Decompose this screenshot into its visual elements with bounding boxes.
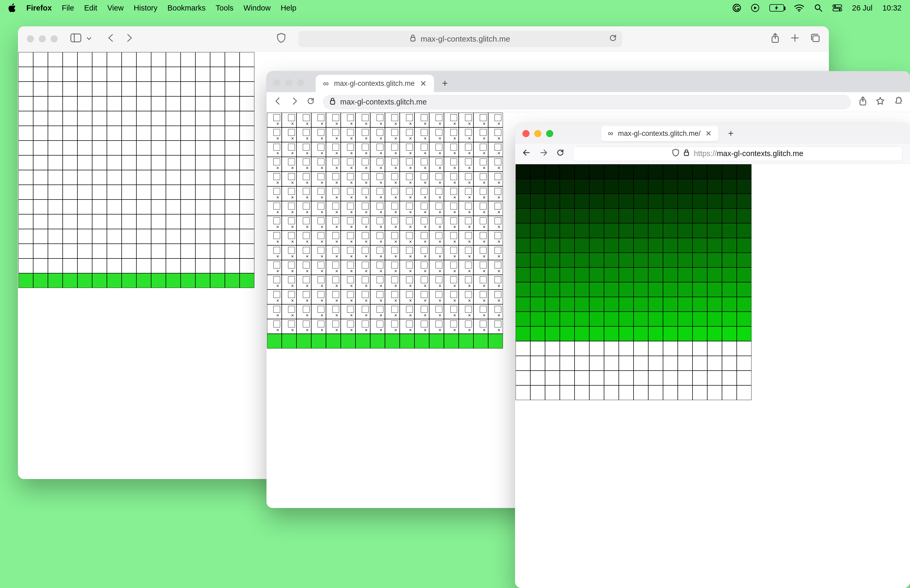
apple-menu-icon[interactable]	[8, 3, 16, 12]
menubar-window[interactable]: Window	[244, 4, 271, 12]
reload-icon[interactable]	[556, 149, 564, 159]
grid-cell	[267, 186, 282, 201]
grid-cell	[63, 52, 78, 67]
grid-cell	[634, 371, 648, 385]
grid-cell	[326, 142, 341, 157]
menubar-bookmarks[interactable]: Bookmarks	[168, 4, 206, 12]
grid-cell	[604, 341, 619, 356]
forward-button[interactable]	[126, 34, 133, 44]
close-tab-icon[interactable]: ✕	[420, 79, 427, 88]
minimize-button[interactable]	[285, 79, 292, 86]
maximize-button[interactable]	[50, 35, 58, 42]
firefox-address-bar[interactable]: https://max-gl-contexts.glitch.me	[573, 146, 903, 161]
grid-cell	[619, 267, 634, 282]
grid-cell	[678, 267, 692, 282]
new-tab-button[interactable]: +	[725, 128, 737, 139]
minimize-button[interactable]	[534, 130, 541, 137]
media-playing-icon[interactable]	[751, 4, 760, 12]
spotlight-icon[interactable]	[814, 4, 823, 12]
grid-cell	[678, 341, 692, 356]
menubar-view[interactable]: View	[107, 4, 123, 12]
close-button[interactable]	[522, 130, 530, 137]
minimize-button[interactable]	[39, 35, 46, 42]
grid-cell	[530, 164, 545, 179]
menubar-time[interactable]: 10:32	[883, 4, 902, 12]
grid-cell	[296, 231, 311, 245]
grid-cell	[370, 231, 385, 245]
privacy-shield-icon[interactable]	[277, 33, 286, 45]
forward-button[interactable]	[539, 149, 548, 159]
menubar-edit[interactable]: Edit	[84, 4, 97, 12]
grid-cell	[356, 142, 370, 157]
grid-cell	[545, 223, 560, 238]
share-icon[interactable]	[859, 96, 867, 108]
tab-overview-icon[interactable]	[810, 34, 820, 44]
chrome-address-bar[interactable]: max-gl-contexts.glitch.me	[323, 95, 851, 110]
grid-cell	[92, 96, 107, 111]
close-tab-icon[interactable]: ✕	[705, 129, 711, 138]
reload-icon[interactable]	[609, 34, 617, 44]
chevron-down-icon[interactable]	[86, 35, 92, 43]
grid-cell	[267, 260, 282, 275]
firefox-traffic-lights[interactable]	[522, 130, 553, 137]
chrome-tab[interactable]: ∞ max-gl-contexts.glitch.me ✕	[316, 75, 434, 92]
close-button[interactable]	[27, 35, 34, 42]
grid-cell	[575, 194, 589, 208]
back-button[interactable]	[107, 34, 115, 44]
grid-cell	[385, 142, 400, 157]
maximize-button[interactable]	[297, 79, 304, 86]
star-icon[interactable]	[876, 97, 885, 107]
grid-cell	[267, 201, 282, 216]
grid-cell	[530, 356, 545, 371]
safari-address-bar[interactable]: max-gl-contexts.glitch.me	[298, 31, 622, 47]
maximize-button[interactable]	[546, 130, 553, 137]
firefox-tab[interactable]: ∞ max-gl-contexts.glitch.me/ ✕	[601, 126, 718, 141]
menubar-history[interactable]: History	[134, 4, 157, 12]
grid-cell	[210, 52, 225, 67]
back-button[interactable]	[522, 149, 531, 159]
grid-cell	[722, 356, 737, 371]
control-center-icon[interactable]	[832, 5, 842, 11]
grammarly-icon[interactable]	[732, 4, 741, 12]
grid-cell	[648, 356, 663, 371]
sidebar-icon[interactable]	[70, 34, 81, 44]
grid-cell	[136, 67, 151, 82]
forward-button[interactable]	[290, 97, 299, 107]
wifi-icon[interactable]	[794, 4, 804, 11]
grid-cell	[648, 253, 663, 267]
chrome-traffic-lights[interactable]	[273, 79, 304, 86]
grid-cell	[239, 111, 254, 126]
share-icon[interactable]	[771, 33, 779, 45]
grid-cell	[196, 96, 210, 111]
close-button[interactable]	[273, 79, 280, 86]
grid-cell	[166, 170, 181, 185]
grid-cell	[400, 289, 414, 304]
new-tab-icon[interactable]	[790, 34, 799, 44]
menubar-file[interactable]: File	[62, 4, 74, 12]
safari-traffic-lights[interactable]	[27, 35, 58, 42]
grid-cell	[92, 67, 107, 82]
grid-cell	[63, 244, 78, 258]
grid-cell	[341, 260, 356, 275]
battery-icon[interactable]	[769, 4, 784, 11]
grid-cell	[474, 275, 488, 289]
grid-cell	[181, 273, 196, 288]
grid-cell	[267, 113, 282, 128]
menubar-help[interactable]: Help	[281, 4, 296, 12]
new-tab-button[interactable]: +	[439, 77, 451, 89]
back-button[interactable]	[274, 97, 282, 107]
grid-cell	[707, 194, 722, 208]
grid-cell	[575, 297, 589, 312]
grid-cell	[722, 194, 737, 208]
extensions-icon[interactable]	[894, 97, 903, 107]
reload-icon[interactable]	[307, 97, 315, 107]
grid-cell	[136, 141, 151, 155]
grid-cell	[429, 231, 444, 245]
grid-cell	[107, 200, 122, 214]
grid-cell	[444, 201, 459, 216]
menubar-date[interactable]: 26 Jul	[852, 4, 872, 12]
grid-cell	[516, 371, 530, 385]
grid-cell	[530, 371, 545, 385]
menubar-tools[interactable]: Tools	[216, 4, 234, 12]
menubar-app-name[interactable]: Firefox	[26, 4, 52, 12]
